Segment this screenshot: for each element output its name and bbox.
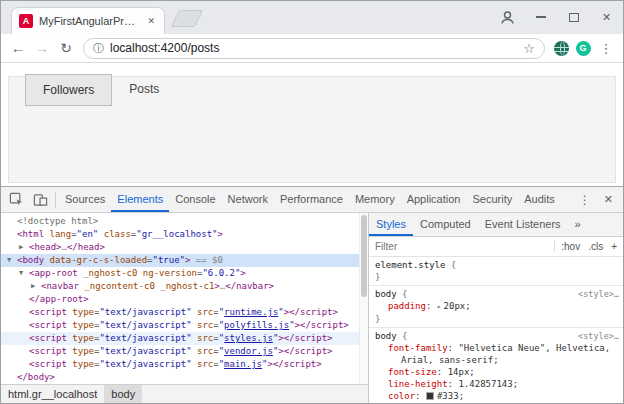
device-toolbar-icon[interactable]: [28, 187, 52, 212]
toolbar-divider: [55, 192, 56, 208]
angular-favicon-icon: A: [19, 14, 33, 28]
devtools-tab-network[interactable]: Network: [222, 187, 274, 212]
window-controls: ✕: [491, 1, 623, 33]
expand-arrow-icon[interactable]: ▶: [31, 280, 41, 293]
styles-tab-event-listeners[interactable]: Event Listeners: [478, 213, 568, 236]
reload-icon[interactable]: ↻: [54, 36, 78, 60]
grammarly-extension-icon[interactable]: G: [572, 36, 594, 60]
titlebar: A MyFirstAngularProject ✕ ✕: [1, 1, 623, 34]
styles-tabbar: StylesComputedEvent Listeners»: [369, 213, 623, 237]
page-tabs: FollowersPosts: [25, 74, 176, 106]
devtools-tabbar: SourcesElementsConsoleNetworkPerformance…: [59, 187, 561, 212]
styles-controls: :hov.cls+: [554, 241, 617, 252]
page-tab-followers[interactable]: Followers: [25, 74, 112, 106]
styles-control-hov[interactable]: :hov: [561, 241, 580, 252]
devtools-toolbar: SourcesElementsConsoleNetworkPerformance…: [1, 187, 623, 213]
styles-control-more[interactable]: +: [611, 241, 617, 252]
rule-source-link[interactable]: <style>…: [578, 288, 619, 300]
url-text[interactable]: localhost:4200/posts: [110, 41, 517, 55]
styles-tab-styles[interactable]: Styles: [369, 213, 413, 236]
tree-node[interactable]: </body>: [1, 371, 368, 384]
tree-node[interactable]: <!doctype html>: [1, 215, 368, 228]
tree-node[interactable]: ▼<app-root _nghost-c0 ng-version="6.0.2"…: [1, 267, 368, 280]
elements-panel: <!doctype html><html lang="en" class="gr…: [1, 213, 369, 403]
styles-filter-input[interactable]: [375, 241, 554, 252]
css-declaration[interactable]: color: #333;: [375, 390, 619, 402]
styles-blocks: element.style {}body {<style>…padding: ▸…: [369, 257, 623, 403]
expand-value-icon[interactable]: ▸: [437, 302, 442, 311]
browser-window: A MyFirstAngularProject ✕ ✕ ← → ↻ ⓘ loca…: [0, 0, 624, 404]
page-viewport: FollowersPosts: [1, 63, 623, 186]
browser-tab[interactable]: A MyFirstAngularProject ✕: [11, 7, 165, 34]
elements-scrollbar[interactable]: [359, 213, 368, 384]
tree-node[interactable]: <script type="text/javascript" src="main…: [1, 358, 368, 371]
devtools: SourcesElementsConsoleNetworkPerformance…: [1, 186, 623, 403]
color-swatch[interactable]: [426, 392, 434, 400]
maximize-button[interactable]: [557, 1, 590, 33]
address-bar[interactable]: ⓘ localhost:4200/posts ☆: [83, 38, 545, 59]
bookmark-star-icon[interactable]: ☆: [523, 41, 535, 56]
css-declaration[interactable]: background-color: #fff;: [375, 402, 619, 403]
tree-node[interactable]: <script type="text/javascript" src="runt…: [1, 306, 368, 319]
new-tab-button[interactable]: [171, 10, 203, 27]
tree-node[interactable]: ▶<navbar _ngcontent-c0 _nghost-c1>…</nav…: [1, 280, 368, 293]
expand-arrow-icon[interactable]: ▶: [19, 241, 29, 254]
styles-control-cls[interactable]: .cls: [588, 241, 603, 252]
profile-icon[interactable]: [491, 1, 524, 33]
site-info-icon[interactable]: ⓘ: [93, 41, 104, 56]
back-icon[interactable]: ←: [6, 36, 30, 60]
devtools-menu-icon[interactable]: ⋮: [573, 193, 597, 207]
css-declaration[interactable]: padding: ▸20px;: [375, 300, 619, 313]
devtools-close-icon[interactable]: ✕: [597, 193, 620, 206]
devtools-tab-application[interactable]: Application: [401, 187, 467, 212]
style-rule: body {<style>…padding: ▸20px;}: [369, 286, 623, 328]
devtools-tab-console[interactable]: Console: [169, 187, 221, 212]
css-declaration[interactable]: font-family: "Helvetica Neue", Helvetica…: [375, 342, 619, 366]
rule-source-link[interactable]: <style>…: [578, 330, 619, 342]
tab-close-icon[interactable]: ✕: [145, 14, 157, 28]
devtools-tab-elements[interactable]: Elements: [111, 187, 169, 212]
style-rule: body {<style>…font-family: "Helvetica Ne…: [369, 328, 623, 403]
browser-menu-icon[interactable]: ⋮: [594, 36, 618, 60]
styles-sidebar: StylesComputedEvent Listeners» :hov.cls+…: [369, 213, 623, 403]
css-declaration[interactable]: line-height: 1.42857143;: [375, 378, 619, 390]
tree-node[interactable]: <script type="text/javascript" src="vend…: [1, 345, 368, 358]
window-close-button[interactable]: ✕: [590, 1, 623, 33]
tree-node[interactable]: ▶<head>…</head>: [1, 241, 368, 254]
devtools-tab-performance[interactable]: Performance: [274, 187, 349, 212]
page-tab-posts[interactable]: Posts: [112, 74, 176, 106]
expand-arrow-icon[interactable]: ▼: [19, 267, 29, 280]
styles-filter-row: :hov.cls+: [369, 237, 623, 257]
devtools-tab-security[interactable]: Security: [466, 187, 518, 212]
dom-tree: <!doctype html><html lang="en" class="gr…: [1, 213, 368, 384]
tree-node[interactable]: ▼<body data-gr-c-s-loaded="true"> == $0: [1, 254, 368, 267]
browser-toolbar: ← → ↻ ⓘ localhost:4200/posts ☆ G ⋮: [1, 34, 623, 63]
devtools-tab-sources[interactable]: Sources: [59, 187, 111, 212]
breadcrumb: html.gr__localhostbody: [1, 384, 368, 403]
breadcrumb-item[interactable]: html.gr__localhost: [1, 385, 104, 403]
breadcrumb-item[interactable]: body: [104, 385, 142, 403]
devtools-tab-memory[interactable]: Memory: [349, 187, 401, 212]
forward-icon[interactable]: →: [30, 36, 54, 60]
styles-tab-computed[interactable]: Computed: [413, 213, 478, 236]
css-declaration[interactable]: font-size: 14px;: [375, 366, 619, 378]
styles-tab-more[interactable]: »: [568, 213, 588, 236]
minimize-button[interactable]: [524, 1, 557, 33]
tab-title: MyFirstAngularProject: [39, 15, 139, 27]
tree-node[interactable]: <script type="text/javascript" src="styl…: [1, 332, 368, 345]
scrollbar-thumb[interactable]: [361, 215, 367, 297]
tree-node[interactable]: </app-root>: [1, 293, 368, 306]
expand-arrow-icon[interactable]: ▼: [7, 254, 17, 267]
inspect-element-icon[interactable]: [4, 187, 28, 212]
globe-extension-icon[interactable]: [550, 36, 572, 60]
style-rule: element.style {}: [369, 257, 623, 286]
tree-node[interactable]: <html lang="en" class="gr__localhost">: [1, 228, 368, 241]
tree-node[interactable]: <script type="text/javascript" src="poly…: [1, 319, 368, 332]
devtools-tab-audits[interactable]: Audits: [518, 187, 561, 212]
